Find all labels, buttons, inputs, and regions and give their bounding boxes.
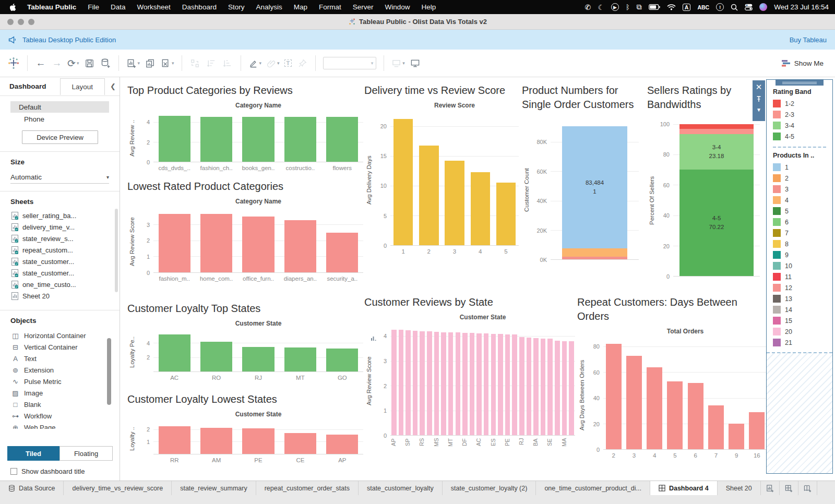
bar[interactable] [284,220,316,272]
sheet-tab[interactable]: state_review_summary [172,481,256,495]
chart-reviews-by-state[interactable]: Customer Reviews by State Customer State… [364,295,575,456]
bar[interactable] [448,332,454,435]
viber-icon[interactable]: ✆ [585,3,591,11]
device-phone-item[interactable]: Phone [10,114,109,124]
bar[interactable] [512,334,517,435]
chart-repeat-customers-days[interactable]: Repeat Customers: Days Between Orders To… [577,295,767,459]
bar[interactable] [462,333,468,435]
tableau-logo-icon[interactable] [7,55,20,71]
legend-panel[interactable]: Rating Band 1-22-33-44-5 Products In .. … [766,79,833,474]
legend-item[interactable]: 11 [773,271,826,282]
sheet-tab[interactable]: repeat_customer_order_stats [256,481,359,495]
swap-axes-icon[interactable] [189,55,201,71]
menu-item[interactable]: Story [222,3,250,11]
drag-grip-icon[interactable] [776,80,824,86]
object-item[interactable]: ⊚Extension [11,364,120,376]
sheet-tab[interactable]: Dashboard 4 [650,481,718,495]
bar[interactable] [470,333,475,435]
sheet-tab[interactable]: state_customer_loyalty (2) [443,481,536,495]
plot-area[interactable] [153,114,363,162]
buy-tableau-link[interactable]: Buy Tableau [790,36,827,44]
sheet-item[interactable]: state_customer... [11,256,120,267]
bar-segment[interactable] [562,248,627,256]
fit-view-icon[interactable]: ▾ [391,55,405,71]
sheet-tab[interactable]: delivery_time_vs_review_score [64,481,172,495]
bar[interactable] [284,347,316,371]
object-item[interactable]: ⊕Web Page [11,422,120,429]
sheet-item[interactable]: state_customer... [11,267,120,279]
battery-icon[interactable] [649,4,660,10]
sheet-tab[interactable]: Sheet 20 [718,481,761,495]
sheet-item[interactable]: Sheet 20 [11,290,120,302]
bar[interactable] [749,412,765,449]
chevron-down-icon[interactable]: ▼ [756,107,761,113]
bar[interactable] [405,330,411,435]
legend-item[interactable]: 2-3 [773,109,826,120]
legend-item[interactable]: 12 [773,282,826,293]
bar[interactable] [200,117,232,162]
menu-item[interactable]: Help [416,3,442,11]
input-source-icon[interactable]: A [683,4,691,11]
bar[interactable] [505,334,510,435]
bar[interactable] [159,334,190,371]
bar-segment[interactable]: 83,4841 [562,126,627,249]
chart-single-order-customers[interactable]: Product Numbers for Single Order Custome… [522,83,639,260]
object-item[interactable]: AText [11,353,120,364]
bar[interactable] [326,117,358,162]
abc-spellcheck-icon[interactable]: ABC [697,4,709,10]
wifi-icon[interactable] [667,4,676,10]
sheet-item[interactable]: one_time_custo... [11,279,120,290]
bar[interactable] [667,381,683,449]
stacked-bar[interactable]: 83,4841 [562,126,627,259]
sheet-item[interactable]: delivery_time_v... [11,221,120,233]
bar[interactable] [284,433,316,454]
object-item[interactable]: ⊟Vertical Container [11,341,120,353]
plot-area[interactable] [603,340,767,450]
tab-dashboard[interactable]: Dashboard [9,82,46,90]
bar[interactable] [708,405,724,449]
bar[interactable] [606,344,622,449]
bar[interactable] [496,183,516,245]
clear-sheet-icon[interactable]: ▾ [161,55,174,71]
size-dropdown[interactable]: Automatic▾ [10,171,109,184]
new-story-button[interactable] [798,481,817,495]
sheet-tab[interactable]: state_customer_loyalty [359,481,443,495]
object-item[interactable]: □Blank [11,399,120,410]
bar-segment[interactable]: 4-570.22 [679,170,754,276]
bar[interactable] [427,331,432,435]
bar[interactable] [159,214,190,272]
siri-icon[interactable] [759,3,767,11]
object-item[interactable]: ⊶Workflow [11,410,120,422]
bar[interactable] [200,342,232,371]
bar[interactable] [413,331,418,435]
menu-item[interactable]: Format [313,3,347,11]
bar[interactable] [326,435,358,454]
bar[interactable] [242,117,274,162]
control-center-icon[interactable] [745,4,753,10]
device-preview-button[interactable]: Device Preview [22,130,98,144]
bar[interactable] [541,339,546,435]
bar-segment[interactable] [679,124,754,129]
bar[interactable] [391,330,397,435]
chart-loyalty-lowest-states[interactable]: Customer Loyalty Lowest States Customer … [127,392,363,463]
sheet-item[interactable]: repeat_custom... [11,244,120,256]
pin-icon[interactable] [756,95,761,102]
menu-item[interactable]: Worksheet [132,3,176,11]
bar[interactable] [729,424,744,449]
bar[interactable] [527,338,532,435]
tab-layout[interactable]: Layout [60,78,105,95]
sheet-tab[interactable]: Data Source [0,481,64,495]
redo-icon[interactable]: → [51,55,63,71]
menu-item[interactable]: File [82,3,105,11]
plot-area[interactable]: 3-423.184-570.22 [673,124,760,277]
sheets-scrollbar[interactable] [115,209,118,292]
bar[interactable] [456,332,461,435]
bar[interactable] [419,146,438,245]
bar-segment[interactable] [679,129,754,134]
bar[interactable] [533,338,539,435]
bar[interactable] [399,330,404,435]
bar[interactable] [393,119,413,245]
legend-item[interactable]: 9 [773,249,826,260]
legend-item[interactable]: 8 [773,238,826,249]
show-me-button[interactable]: Show Me [781,59,828,67]
